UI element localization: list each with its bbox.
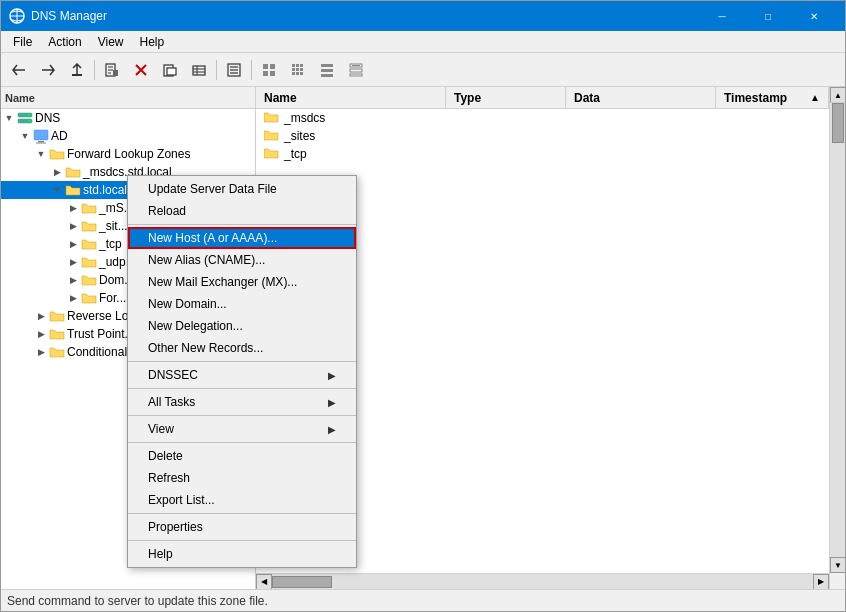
expander-conditional[interactable]: ▶ bbox=[33, 344, 49, 360]
forward-button[interactable] bbox=[34, 56, 62, 84]
maximize-button[interactable]: □ bbox=[745, 1, 791, 31]
minimize-button[interactable]: ─ bbox=[699, 1, 745, 31]
ctx-refresh[interactable]: Refresh bbox=[128, 467, 356, 489]
col-header-timestamp[interactable]: Timestamp ▲ bbox=[716, 87, 829, 108]
ctx-export-list[interactable]: Export List... bbox=[128, 489, 356, 511]
close-button[interactable]: ✕ bbox=[791, 1, 837, 31]
expander-sites[interactable]: ▶ bbox=[65, 218, 81, 234]
svg-point-41 bbox=[28, 114, 30, 116]
svg-point-42 bbox=[28, 120, 30, 122]
expander-dom[interactable]: ▶ bbox=[65, 272, 81, 288]
folder-icon-for2 bbox=[81, 290, 97, 306]
menu-view[interactable]: View bbox=[90, 31, 132, 53]
expander-for2[interactable]: ▶ bbox=[65, 290, 81, 306]
view-large-button[interactable] bbox=[255, 56, 283, 84]
ctx-new-domain[interactable]: New Domain... bbox=[128, 293, 356, 315]
h-scroll-track[interactable] bbox=[272, 574, 813, 590]
svg-rect-11 bbox=[193, 66, 205, 75]
list-header: Name Type Data Timestamp ▲ bbox=[256, 87, 829, 109]
cell-name-sites: _sites bbox=[256, 127, 446, 145]
delete-button[interactable] bbox=[127, 56, 155, 84]
h-scroll-thumb[interactable] bbox=[272, 576, 332, 588]
expander-udp[interactable]: ▶ bbox=[65, 254, 81, 270]
expander-ad[interactable]: ▼ bbox=[17, 128, 33, 144]
menu-file[interactable]: File bbox=[5, 31, 40, 53]
tree-item-dns[interactable]: ▼ DNS bbox=[1, 109, 255, 127]
ctx-dnssec[interactable]: DNSSEC ▶ bbox=[128, 364, 356, 386]
export-button-1[interactable] bbox=[156, 56, 184, 84]
properties-button[interactable] bbox=[98, 56, 126, 84]
computer-icon bbox=[33, 128, 49, 144]
scroll-left-button[interactable]: ◀ bbox=[256, 574, 272, 590]
view-small-button[interactable] bbox=[284, 56, 312, 84]
ctx-new-host[interactable]: New Host (A or AAAA)... bbox=[128, 227, 356, 249]
folder-icon-fwdlookup bbox=[49, 146, 65, 162]
view-list-button[interactable] bbox=[313, 56, 341, 84]
filter-button[interactable] bbox=[220, 56, 248, 84]
zone-icon-msdcs bbox=[65, 164, 81, 180]
ctx-all-tasks[interactable]: All Tasks ▶ bbox=[128, 391, 356, 413]
ctx-help[interactable]: Help bbox=[128, 543, 356, 565]
svg-rect-23 bbox=[292, 64, 295, 67]
folder-icon-dom bbox=[81, 272, 97, 288]
col-header-name[interactable]: Name bbox=[256, 87, 446, 108]
up-button[interactable] bbox=[63, 56, 91, 84]
menu-action[interactable]: Action bbox=[40, 31, 89, 53]
scroll-arrow-up[interactable]: ▲ bbox=[810, 92, 820, 103]
expander-tcp[interactable]: ▶ bbox=[65, 236, 81, 252]
tree-item-fwdlookup[interactable]: ▼ Forward Lookup Zones bbox=[1, 145, 255, 163]
toolbar-sep-1 bbox=[94, 60, 95, 80]
tree-label-ad: AD bbox=[51, 129, 68, 143]
expander-msdcs[interactable]: ▶ bbox=[49, 164, 65, 180]
v-scroll-thumb[interactable] bbox=[832, 103, 844, 143]
list-item[interactable]: _tcp bbox=[256, 145, 829, 163]
tree-label-fwdlookup: Forward Lookup Zones bbox=[67, 147, 190, 161]
folder-icon-udp bbox=[81, 254, 97, 270]
expander-ms2[interactable]: ▶ bbox=[65, 200, 81, 216]
scroll-right-button[interactable]: ▶ bbox=[813, 574, 829, 590]
v-scroll-track[interactable] bbox=[830, 103, 845, 557]
menu-bar: File Action View Help bbox=[1, 31, 845, 53]
list-item[interactable]: _msdcs bbox=[256, 109, 829, 127]
svg-rect-20 bbox=[270, 64, 275, 69]
cell-timestamp-tcp bbox=[716, 145, 829, 163]
list-item[interactable]: _sites bbox=[256, 127, 829, 145]
ctx-delete[interactable]: Delete bbox=[128, 445, 356, 467]
folder-icon-trustpoints bbox=[49, 326, 65, 342]
scroll-up-button[interactable]: ▲ bbox=[830, 87, 845, 103]
tree-item-ad[interactable]: ▼ AD bbox=[1, 127, 255, 145]
ctx-new-alias[interactable]: New Alias (CNAME)... bbox=[128, 249, 356, 271]
scroll-down-button[interactable]: ▼ bbox=[830, 557, 845, 573]
ctx-reload[interactable]: Reload bbox=[128, 200, 356, 222]
menu-help[interactable]: Help bbox=[132, 31, 173, 53]
ctx-new-delegation[interactable]: New Delegation... bbox=[128, 315, 356, 337]
col-header-data[interactable]: Data bbox=[566, 87, 716, 108]
expander-trustpoints[interactable]: ▶ bbox=[33, 326, 49, 342]
ctx-update-server[interactable]: Update Server Data File bbox=[128, 178, 356, 200]
ctx-new-mx[interactable]: New Mail Exchanger (MX)... bbox=[128, 271, 356, 293]
cell-type-msdcs bbox=[446, 109, 566, 127]
v-scrollbar[interactable]: ▲ ▼ bbox=[829, 87, 845, 589]
tree-label-tcp: _tcp bbox=[99, 237, 122, 251]
dns-manager-window: DNS Manager ─ □ ✕ File Action View Help bbox=[0, 0, 846, 612]
ctx-other-new-records[interactable]: Other New Records... bbox=[128, 337, 356, 359]
expander-fwdlookup[interactable]: ▼ bbox=[33, 146, 49, 162]
svg-rect-19 bbox=[263, 64, 268, 69]
h-scrollbar[interactable]: ◀ ▶ bbox=[256, 573, 829, 589]
svg-rect-25 bbox=[300, 64, 303, 67]
export-button-2[interactable] bbox=[185, 56, 213, 84]
svg-rect-3 bbox=[72, 74, 82, 76]
expander-stdlocal[interactable]: ▼ bbox=[49, 182, 65, 198]
ctx-view[interactable]: View ▶ bbox=[128, 418, 356, 440]
window-title: DNS Manager bbox=[31, 9, 699, 23]
back-button[interactable] bbox=[5, 56, 33, 84]
svg-rect-28 bbox=[300, 68, 303, 71]
svg-rect-37 bbox=[350, 69, 362, 72]
col-header-type[interactable]: Type bbox=[446, 87, 566, 108]
cell-data-tcp bbox=[566, 145, 716, 163]
expander-dns[interactable]: ▼ bbox=[1, 110, 17, 126]
expander-revlookup[interactable]: ▶ bbox=[33, 308, 49, 324]
cell-timestamp-msdcs bbox=[716, 109, 829, 127]
view-detail-button[interactable] bbox=[342, 56, 370, 84]
ctx-properties[interactable]: Properties bbox=[128, 516, 356, 538]
